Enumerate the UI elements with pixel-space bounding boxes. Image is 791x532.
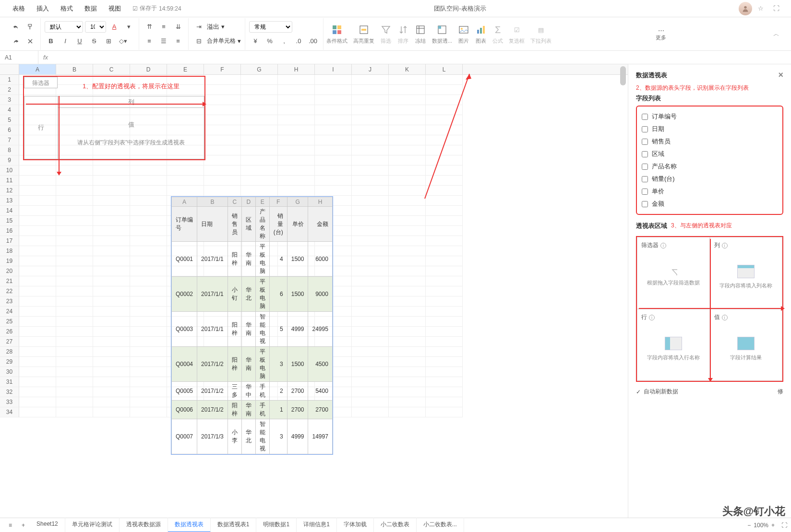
cell[interactable] <box>19 186 56 196</box>
clear-format-button[interactable] <box>24 35 36 47</box>
field-item[interactable]: 销售员 <box>641 135 779 148</box>
cell[interactable] <box>130 186 167 196</box>
cell[interactable] <box>130 226 167 236</box>
row-header[interactable]: 30 <box>0 367 19 377</box>
cell[interactable] <box>389 296 426 307</box>
cell[interactable] <box>352 125 389 135</box>
table-cell[interactable]: 2017/1/2 <box>197 347 228 382</box>
cell[interactable] <box>204 166 241 176</box>
cell[interactable] <box>389 276 426 286</box>
cell[interactable] <box>352 236 389 246</box>
cell[interactable] <box>389 166 426 176</box>
cell[interactable] <box>56 286 93 296</box>
cell[interactable] <box>389 105 426 115</box>
sheet-tab[interactable]: 字体加载 <box>337 518 374 532</box>
cell[interactable] <box>389 407 426 417</box>
cell[interactable] <box>204 135 241 145</box>
cell[interactable] <box>130 276 167 286</box>
cell[interactable] <box>389 317 426 327</box>
cell[interactable] <box>352 407 389 417</box>
row-header[interactable]: 25 <box>0 317 19 327</box>
cell[interactable] <box>352 155 389 166</box>
field-checkbox[interactable] <box>642 164 648 170</box>
cell[interactable] <box>19 337 56 347</box>
sheet-tab[interactable]: 数据透视表1 <box>211 518 257 532</box>
cell[interactable] <box>426 246 463 256</box>
cell[interactable] <box>352 105 389 115</box>
table-cell[interactable]: Q0006 <box>172 401 197 419</box>
row-header[interactable]: 11 <box>0 176 19 186</box>
table-cell[interactable]: 华南 <box>241 401 255 419</box>
col-header[interactable]: E <box>167 64 204 74</box>
valign-bottom-button[interactable]: ⇊ <box>172 21 184 33</box>
cell[interactable] <box>389 135 426 145</box>
cell[interactable] <box>315 105 352 115</box>
table-row[interactable]: Q00072017/1/3小李华北智能电视3499914997 <box>172 419 333 454</box>
table-cell[interactable]: 2700 <box>308 401 332 419</box>
cell[interactable] <box>241 166 278 176</box>
cell[interactable] <box>19 266 56 276</box>
row-header[interactable]: 19 <box>0 256 19 266</box>
sheet-tab[interactable]: 明细数据1 <box>256 518 297 532</box>
cell[interactable] <box>56 357 93 367</box>
scrollbar-thumb[interactable] <box>620 66 626 85</box>
cell[interactable] <box>352 216 389 226</box>
cell[interactable] <box>130 397 167 407</box>
pivot-area-rows[interactable]: 行i 字段内容将填入行名称 <box>637 309 710 381</box>
cell[interactable] <box>352 296 389 307</box>
cell[interactable] <box>93 236 130 246</box>
cell[interactable] <box>426 145 463 155</box>
table-cell[interactable]: 6 <box>269 277 287 312</box>
cell[interactable] <box>278 105 315 115</box>
sheet-tab[interactable]: 小二收数表 <box>374 518 417 532</box>
expand-icon[interactable]: ⛶ <box>769 3 783 14</box>
cell[interactable] <box>93 296 130 307</box>
cell[interactable] <box>19 317 56 327</box>
cell[interactable] <box>426 105 463 115</box>
cell[interactable] <box>56 276 93 286</box>
align-left-button[interactable]: ≡ <box>143 35 156 47</box>
cell[interactable] <box>426 216 463 226</box>
cell[interactable] <box>56 226 93 236</box>
cell[interactable] <box>130 286 167 296</box>
cell[interactable] <box>389 236 426 246</box>
pivot-button[interactable]: 数据透... <box>429 21 455 47</box>
col-header[interactable]: L <box>426 64 463 74</box>
cell[interactable] <box>19 407 56 417</box>
cell[interactable] <box>167 176 204 186</box>
cell[interactable] <box>19 286 56 296</box>
cell[interactable] <box>352 256 389 266</box>
cell[interactable] <box>204 155 241 166</box>
cell[interactable] <box>426 266 463 276</box>
cell[interactable] <box>130 307 167 317</box>
cell[interactable] <box>130 387 167 397</box>
cell[interactable] <box>93 367 130 377</box>
table-cell[interactable]: 4 <box>269 242 287 277</box>
field-item[interactable]: 单价 <box>641 185 779 198</box>
table-cell[interactable]: 华南 <box>241 347 255 382</box>
cell[interactable] <box>204 85 241 95</box>
cell[interactable] <box>56 307 93 317</box>
row-header[interactable]: 4 <box>0 105 19 115</box>
field-item[interactable]: 销量(台) <box>641 173 779 185</box>
col-header[interactable]: K <box>389 64 426 74</box>
cell[interactable] <box>352 135 389 145</box>
cell[interactable] <box>389 266 426 276</box>
align-center-button[interactable]: ☰ <box>157 35 170 47</box>
row-header[interactable]: 8 <box>0 145 19 155</box>
cell[interactable] <box>352 377 389 387</box>
cell[interactable] <box>56 176 93 186</box>
merge-icon[interactable]: ⊟ <box>192 35 205 47</box>
cell[interactable] <box>352 166 389 176</box>
cell[interactable] <box>93 347 130 357</box>
cell[interactable] <box>19 196 56 206</box>
highlight-dup-button[interactable]: 高亮重复 <box>350 21 377 47</box>
table-cell[interactable]: 智能电视 <box>255 419 269 454</box>
cell[interactable] <box>352 186 389 196</box>
toolbar-more-button[interactable]: ⋯ 更多 <box>650 23 672 45</box>
field-checkbox[interactable] <box>642 189 648 195</box>
cell[interactable] <box>19 357 56 367</box>
cell[interactable] <box>93 307 130 317</box>
chevron-down-icon[interactable]: ▾ <box>221 23 225 30</box>
cell[interactable] <box>56 377 93 387</box>
